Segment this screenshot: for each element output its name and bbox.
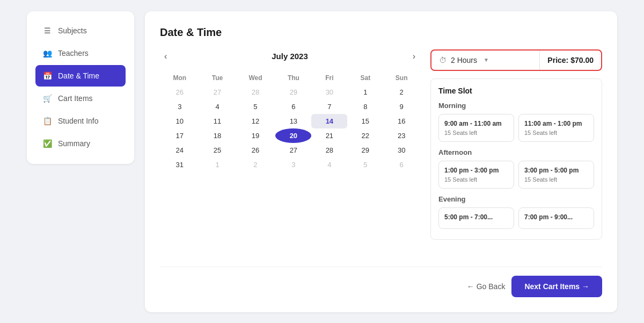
- slot-time: 3:00 pm - 5:00 pm: [524, 167, 588, 174]
- weekday-header: Sun: [383, 71, 420, 85]
- duration-label: 2 Hours: [451, 56, 477, 64]
- timeslot-grid: 9:00 am - 11:00 am15 Seats left11:00 am …: [438, 114, 594, 142]
- timeslot-period-label: Evening: [438, 195, 594, 203]
- calendar-day[interactable]: 22: [347, 128, 383, 143]
- weekday-header: Sat: [347, 71, 383, 85]
- weekday-header: Mon: [160, 71, 200, 85]
- timeslot-item[interactable]: 3:00 pm - 5:00 pm15 Seats left: [518, 161, 594, 189]
- next-month-button[interactable]: ›: [408, 49, 420, 63]
- clock-icon: ⏱: [439, 56, 447, 64]
- duration-price-bar: ⏱ 2 Hours ▼ Price: $70.00: [430, 49, 602, 71]
- calendar-day[interactable]: 26: [235, 143, 275, 157]
- datetime-icon: 📅: [42, 70, 53, 81]
- calendar-day[interactable]: 12: [235, 114, 275, 128]
- timeslot-item[interactable]: 7:00 pm - 9:00...: [518, 207, 594, 229]
- calendar-day[interactable]: 2: [383, 85, 420, 99]
- calendar-day[interactable]: 25: [200, 143, 236, 157]
- timeslot-scroll[interactable]: Time Slot Morning9:00 am - 11:00 am15 Se…: [430, 78, 602, 240]
- calendar-day[interactable]: 24: [160, 143, 200, 157]
- calendar-day[interactable]: 3: [275, 157, 311, 172]
- sidebar-item-cartitems[interactable]: 🛒Cart Items: [35, 88, 126, 109]
- chevron-down-icon: ▼: [484, 57, 489, 63]
- sidebar-item-subjects[interactable]: ☰Subjects: [35, 20, 126, 41]
- footer-actions: ← Go Back Next Cart Items →: [160, 267, 602, 297]
- calendar-day[interactable]: 6: [383, 157, 420, 172]
- timeslot-period-label: Morning: [438, 102, 594, 110]
- go-back-button[interactable]: ← Go Back: [467, 282, 506, 291]
- calendar-day[interactable]: 19: [235, 128, 275, 143]
- calendar-day[interactable]: 28: [311, 143, 347, 157]
- calendar-day[interactable]: 7: [311, 99, 347, 114]
- calendar-day[interactable]: 9: [383, 99, 420, 114]
- teachers-icon: 👥: [42, 48, 53, 59]
- sidebar-item-teachers[interactable]: 👥Teachers: [35, 42, 126, 64]
- calendar-day[interactable]: 5: [235, 99, 275, 114]
- slot-seats: 15 Seats left: [444, 130, 508, 136]
- timeslot-item[interactable]: 1:00 pm - 3:00 pm15 Seats left: [438, 161, 514, 189]
- calendar-day[interactable]: 21: [311, 128, 347, 143]
- calendar-day[interactable]: 30: [311, 85, 347, 99]
- calendar-day[interactable]: 26: [160, 85, 200, 99]
- sidebar-item-label: Teachers: [58, 49, 89, 58]
- slot-time: 5:00 pm - 7:00...: [444, 213, 508, 221]
- slot-seats: 15 Seats left: [524, 130, 588, 136]
- calendar-day[interactable]: 27: [275, 143, 311, 157]
- sidebar: ☰Subjects👥Teachers📅Date & Time🛒Cart Item…: [27, 11, 134, 164]
- slot-time: 1:00 pm - 3:00 pm: [444, 167, 508, 174]
- calendar-day[interactable]: 29: [275, 85, 311, 99]
- calendar-day[interactable]: 15: [347, 114, 383, 128]
- slot-time: 9:00 am - 11:00 am: [444, 120, 508, 127]
- calendar-day[interactable]: 6: [275, 99, 311, 114]
- summary-icon: ✅: [42, 138, 53, 149]
- sidebar-item-label: Subjects: [58, 26, 87, 35]
- calendar-day[interactable]: 30: [383, 143, 420, 157]
- calendar-section: ‹ July 2023 › MonTueWedThuFriSatSun 2627…: [160, 49, 420, 254]
- calendar-day[interactable]: 29: [347, 143, 383, 157]
- calendar-day[interactable]: 3: [160, 99, 200, 114]
- calendar-day[interactable]: 17: [160, 128, 200, 143]
- timeslot-item[interactable]: 9:00 am - 11:00 am15 Seats left: [438, 114, 514, 142]
- price-value: $70.00: [570, 56, 594, 64]
- slot-seats: 15 Seats left: [444, 176, 508, 183]
- calendar-grid: MonTueWedThuFriSatSun 262728293012345678…: [160, 71, 420, 172]
- calendar-day[interactable]: 13: [275, 114, 311, 128]
- calendar-day[interactable]: 8: [347, 99, 383, 114]
- timeslot-grid: 5:00 pm - 7:00...7:00 pm - 9:00...: [438, 207, 594, 229]
- duration-select[interactable]: ⏱ 2 Hours ▼: [431, 51, 540, 70]
- studentinfo-icon: 📋: [42, 116, 53, 126]
- slot-seats: 15 Seats left: [524, 176, 588, 183]
- calendar-day[interactable]: 23: [383, 128, 420, 143]
- calendar-day[interactable]: 28: [235, 85, 275, 99]
- calendar-day[interactable]: 4: [311, 157, 347, 172]
- sidebar-item-datetime[interactable]: 📅Date & Time: [35, 65, 126, 87]
- calendar-day[interactable]: 1: [200, 157, 236, 172]
- calendar-day[interactable]: 14: [311, 114, 347, 128]
- timeslot-section-title: Time Slot: [438, 87, 594, 95]
- weekday-header: Wed: [235, 71, 275, 85]
- weekday-header: Tue: [200, 71, 236, 85]
- timeslot-item[interactable]: 11:00 am - 1:00 pm15 Seats left: [518, 114, 594, 142]
- sidebar-item-label: Cart Items: [58, 94, 93, 103]
- price-display: Price: $70.00: [540, 51, 601, 70]
- sidebar-item-label: Student Info: [58, 117, 99, 125]
- main-content: Date & Time ‹ July 2023 › MonTueWedThuFr…: [145, 11, 617, 312]
- calendar-day[interactable]: 4: [200, 99, 236, 114]
- sidebar-item-studentinfo[interactable]: 📋Student Info: [35, 110, 126, 132]
- prev-month-button[interactable]: ‹: [160, 49, 171, 63]
- calendar-day[interactable]: 20: [275, 128, 311, 143]
- timeslot-grid: 1:00 pm - 3:00 pm15 Seats left3:00 pm - …: [438, 161, 594, 189]
- calendar-day[interactable]: 5: [347, 157, 383, 172]
- calendar-day[interactable]: 31: [160, 157, 200, 172]
- calendar-day[interactable]: 2: [235, 157, 275, 172]
- calendar-day[interactable]: 18: [200, 128, 236, 143]
- calendar-day[interactable]: 1: [347, 85, 383, 99]
- calendar-day[interactable]: 27: [200, 85, 236, 99]
- sidebar-item-summary[interactable]: ✅Summary: [35, 133, 126, 154]
- calendar-day[interactable]: 16: [383, 114, 420, 128]
- calendar-day[interactable]: 10: [160, 114, 200, 128]
- next-cart-items-button[interactable]: Next Cart Items →: [511, 276, 602, 297]
- calendar-day[interactable]: 11: [200, 114, 236, 128]
- timeslot-item[interactable]: 5:00 pm - 7:00...: [438, 207, 514, 229]
- slot-time: 11:00 am - 1:00 pm: [524, 120, 588, 127]
- subjects-icon: ☰: [42, 25, 53, 36]
